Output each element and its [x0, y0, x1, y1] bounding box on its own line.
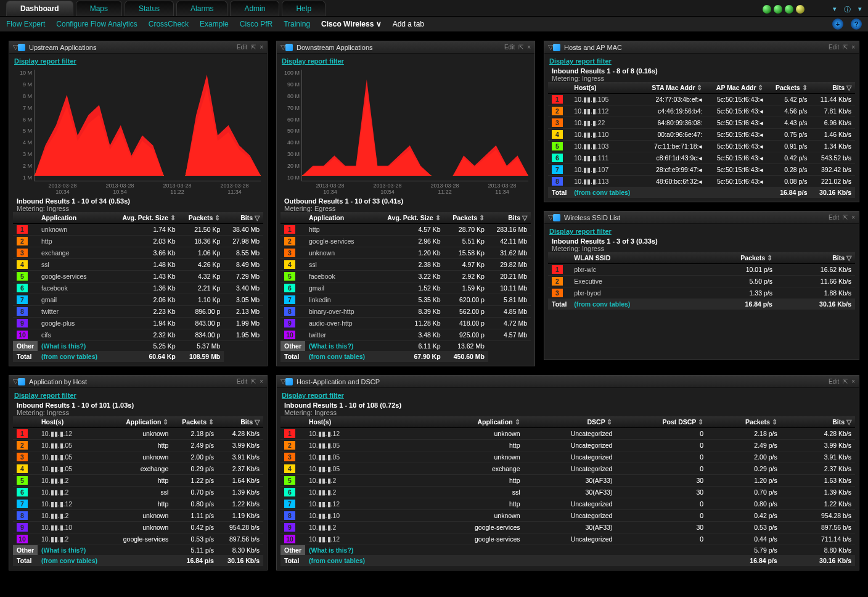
edit-link[interactable]: Edit [829, 378, 839, 385]
toolbar-link[interactable]: Cisco Wireless ∨ [321, 20, 382, 28]
edit-link[interactable]: Edit [237, 378, 247, 385]
popout-icon[interactable]: ⇱ [251, 44, 256, 51]
close-icon[interactable]: × [851, 44, 855, 51]
col-header[interactable]: Application [38, 212, 110, 224]
popout-icon[interactable]: ⇱ [251, 378, 256, 385]
chevron-down-icon[interactable]: ▽ [548, 213, 553, 221]
col-header[interactable]: Packets [698, 252, 776, 264]
table-row[interactable]: 610.▮▮.▮.111c8:6f:1d:43:9c:◂5c:50:15:f6:… [548, 152, 855, 164]
table-row[interactable]: 6facebook1.36 Kb2.21 Kp3.40 Mb [13, 282, 263, 294]
table-row[interactable]: 1http4.57 Kb28.70 Kp283.16 Mb [280, 224, 531, 236]
nav-tab-alarms[interactable]: Alarms [176, 1, 227, 16]
col-header[interactable]: Host(s) [38, 416, 111, 428]
col-header[interactable]: Packets [707, 416, 781, 428]
nav-tab-status[interactable]: Status [125, 1, 174, 16]
table-row[interactable]: 210.▮▮.▮.05httpUncategorized02.49 p/s3.9… [280, 440, 855, 451]
other-row[interactable]: Other(What is this?)5.25 Kp5.37 Mb [13, 341, 263, 352]
popout-icon[interactable]: ⇱ [843, 44, 848, 51]
other-row[interactable]: Other(What is this?)5.79 p/s8.80 Kb/s [280, 545, 855, 556]
col-header[interactable]: Bits [218, 416, 263, 428]
table-row[interactable]: 9google-plus1.94 Kb843.00 p1.99 Mb [13, 318, 263, 329]
col-header[interactable]: DSCP [524, 416, 616, 428]
table-row[interactable]: 1010.▮▮.▮.2google-services0.53 p/s897.56… [13, 533, 263, 545]
col-header[interactable]: Bits [811, 82, 855, 94]
display-filter-link[interactable]: Display report filter [13, 57, 76, 67]
table-row[interactable]: 7gmail2.06 Kb1.10 Kp3.05 Mb [13, 294, 263, 306]
table-row[interactable]: 2Executive5.50 p/s11.66 Kb/s [548, 276, 855, 287]
table-row[interactable]: 9audio-over-http11.28 Kb418.00 p4.72 Mb [280, 318, 531, 329]
toolbar-link[interactable]: CrossCheck [149, 20, 189, 28]
edit-link[interactable]: Edit [829, 44, 839, 51]
chevron-down-icon[interactable]: ▽ [280, 377, 285, 385]
table-row[interactable]: 410.▮▮.▮.05exchangeUncategorized00.29 p/… [280, 463, 855, 475]
edit-link[interactable]: Edit [237, 44, 247, 51]
popout-icon[interactable]: ⇱ [518, 44, 523, 51]
wrench-icon[interactable]: ▾ [833, 5, 837, 14]
chevron-down-icon[interactable]: ▽ [13, 377, 18, 385]
chevron-down-icon[interactable]: ▽ [280, 43, 285, 51]
table-row[interactable]: 710.▮▮.▮.10728:cf:e9:99:47:◂5c:50:15:f6:… [548, 164, 855, 176]
table-row[interactable]: 810.▮▮.▮.2unknown1.11 p/s1.19 Kb/s [13, 510, 263, 522]
col-header[interactable]: Bits [781, 416, 855, 428]
display-filter-link[interactable]: Display report filter [548, 57, 612, 67]
table-row[interactable]: 210.▮▮.▮.05http2.49 p/s3.99 Kb/s [13, 440, 263, 451]
col-header[interactable]: Application [111, 416, 172, 428]
col-header[interactable]: Host(s) [305, 416, 425, 428]
display-filter-link[interactable]: Display report filter [280, 57, 344, 67]
table-row[interactable]: 5google-services1.43 Kb4.32 Kp7.29 Mb [13, 271, 263, 282]
col-header[interactable]: Post DSCP [616, 416, 707, 428]
table-row[interactable]: 510.▮▮.▮.2http30(AF33)301.20 p/s1.63 Kb/… [280, 475, 855, 487]
table-row[interactable]: 110.▮▮.▮.10524:77:03:4b:ef:◂5c:50:15:f6:… [548, 94, 855, 105]
table-row[interactable]: 4ssl1.48 Kb4.26 Kp8.49 Mb [13, 259, 263, 271]
table-row[interactable]: 510.▮▮.▮.1037c:11:be:71:18:◂5c:50:15:f6:… [548, 141, 855, 152]
nav-tab-maps[interactable]: Maps [76, 1, 122, 16]
table-row[interactable]: 2http2.03 Kb18.36 Kp27.98 Mb [13, 236, 263, 247]
table-row[interactable]: 2google-services2.96 Kb5.51 Kp42.11 Mb [280, 236, 531, 247]
add-button[interactable]: + [832, 19, 843, 30]
table-row[interactable]: 610.▮▮.▮.2ssl30(AF33)300.70 p/s1.39 Kb/s [280, 487, 855, 498]
popout-icon[interactable]: ⇱ [843, 214, 848, 221]
table-row[interactable]: 710.▮▮.▮.12http0.80 p/s1.22 Kb/s [13, 498, 263, 510]
table-row[interactable]: 910.▮▮.▮.10unknown0.42 p/s954.28 b/s [13, 522, 263, 533]
edit-link[interactable]: Edit [504, 44, 515, 51]
close-icon[interactable]: × [851, 378, 855, 385]
table-row[interactable]: 110.▮▮.▮.12unknown2.18 p/s4.28 Kb/s [13, 428, 263, 440]
chevron-down-icon[interactable]: ▽ [548, 43, 553, 51]
table-row[interactable]: 210.▮▮.▮.112c4:46:19:56:b4:5c:50:15:f6:4… [548, 105, 855, 117]
table-row[interactable]: 110.▮▮.▮.12unknownUncategorized02.18 p/s… [280, 428, 855, 440]
table-row[interactable]: 10cifs2.32 Kb834.00 p1.95 Mb [13, 329, 263, 341]
toolbar-link[interactable]: Example [200, 20, 229, 28]
table-row[interactable]: 1010.▮▮.▮.12google-servicesUncategorized… [280, 533, 855, 545]
table-row[interactable]: 910.▮▮.▮.2google-services30(AF33)300.53 … [280, 522, 855, 533]
table-row[interactable]: 1plxr-wlc10.01 p/s16.62 Kb/s [548, 264, 855, 276]
col-header[interactable]: AP Mac Addr [706, 82, 767, 94]
table-row[interactable]: 10twitter3.48 Kb925.00 p4.57 Mb [280, 329, 531, 341]
other-row[interactable]: Other(What is this?)6.11 Kp13.62 Mb [280, 341, 531, 352]
col-header[interactable]: Packets [767, 82, 811, 94]
nav-tab-admin[interactable]: Admin [230, 1, 279, 16]
table-row[interactable]: 8twitter2.23 Kb896.00 p2.13 Mb [13, 306, 263, 318]
chevron-down-icon[interactable]: ▽ [13, 43, 18, 51]
col-header[interactable]: Bits [488, 212, 531, 224]
table-row[interactable]: 610.▮▮.▮.2ssl0.70 p/s1.39 Kb/s [13, 487, 263, 498]
table-row[interactable]: 1unknown1.74 Kb21.50 Kp38.40 Mb [13, 224, 263, 236]
col-header[interactable]: Application [425, 416, 524, 428]
nav-tab-help[interactable]: Help [282, 1, 326, 16]
close-icon[interactable]: × [260, 44, 263, 51]
display-filter-link[interactable]: Display report filter [280, 392, 344, 401]
table-row[interactable]: 5facebook3.22 Kb2.92 Kp20.21 Mb [280, 271, 531, 282]
other-row[interactable]: Other(What is this?)5.11 p/s8.30 Kb/s [13, 545, 263, 556]
table-row[interactable]: 310.▮▮.▮.05unknownUncategorized02.00 p/s… [280, 451, 855, 463]
table-row[interactable]: 410.▮▮.▮.11000:a0:96:6e:47:5c:50:15:f6:4… [548, 129, 855, 141]
tool-icon[interactable]: ▾ [858, 5, 862, 14]
table-row[interactable]: 6gmail1.52 Kb1.59 Kp10.11 Mb [280, 282, 531, 294]
col-header[interactable]: Avg. Pckt. Size [376, 212, 444, 224]
col-header[interactable]: Packets [172, 416, 218, 428]
popout-icon[interactable]: ⇱ [843, 378, 848, 385]
col-header[interactable]: Packets [444, 212, 488, 224]
table-row[interactable]: 4ssl2.38 Kb4.97 Kp29.82 Mb [280, 259, 531, 271]
table-row[interactable]: 810.▮▮.▮.10unknownUncategorized00.42 p/s… [280, 510, 855, 522]
display-filter-link[interactable]: Display report filter [548, 228, 612, 237]
close-icon[interactable]: × [851, 214, 855, 221]
table-row[interactable]: 7linkedin5.35 Kb620.00 p5.81 Mb [280, 294, 531, 306]
